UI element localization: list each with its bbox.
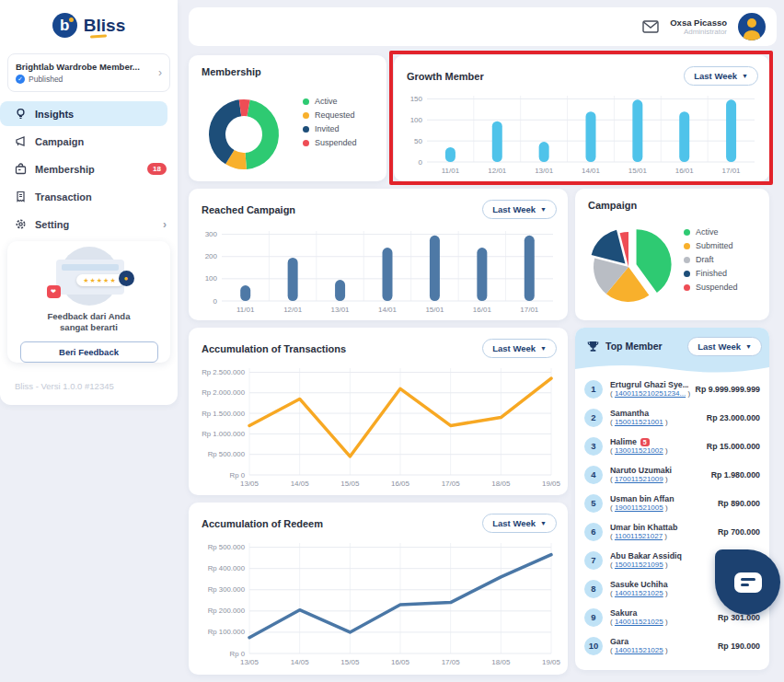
transactions-line-chart: Rp 0Rp 500.000Rp 1.000.000Rp 1.500.000Rp…: [196, 363, 560, 490]
rating-stars-icon: ★★★★★: [76, 274, 124, 286]
legend-dot-icon: [684, 243, 690, 249]
give-feedback-button[interactable]: Beri Feedback: [20, 341, 158, 363]
legend-dot-icon: [303, 98, 309, 105]
svg-text:14/05: 14/05: [291, 480, 310, 488]
svg-text:14/01: 14/01: [378, 306, 398, 314]
member-rank-badge: 9: [584, 608, 603, 627]
sidebar-item-campaign[interactable]: Campaign: [0, 129, 178, 154]
svg-text:13/01: 13/01: [331, 306, 351, 314]
member-amount: Rp 23.000.000: [707, 413, 760, 422]
member-name: Gara: [610, 637, 710, 646]
svg-text:15/01: 15/01: [425, 306, 444, 314]
campaign-card: Campaign ActiveSubmittedDraftFinishedSus…: [575, 189, 769, 320]
membership-title: Membership: [202, 66, 261, 77]
svg-text:18/05: 18/05: [491, 480, 511, 488]
member-id-link[interactable]: 170011521009: [615, 475, 663, 483]
legend-label: Submitted: [696, 241, 733, 250]
caret-down-icon: ▼: [540, 520, 547, 526]
sidebar-item-insights[interactable]: Insights: [0, 101, 167, 126]
reached-campaign-bar-chart: 010020030011/0112/0113/0114/0115/0116/01…: [198, 225, 559, 316]
member-id: 140011521025: [610, 618, 710, 626]
membership-count-badge: 18: [147, 163, 167, 175]
sidebar-nav: Insights Campaign Membership 18 Transact…: [0, 101, 178, 239]
sidebar-item-label: Campaign: [35, 136, 167, 147]
badge-card-icon: [14, 163, 27, 176]
member-id-link[interactable]: 130011521002: [615, 446, 663, 455]
svg-text:200: 200: [205, 252, 218, 260]
member-rank-badge: 5: [584, 494, 603, 513]
transactions-period-dropdown[interactable]: Last Week▼: [482, 339, 557, 358]
member-amount: Rp 15.000.000: [707, 442, 760, 451]
member-id-link[interactable]: 150011521001: [615, 418, 663, 426]
trophy-icon: [586, 340, 600, 353]
member-id-link[interactable]: 140011521025: [615, 618, 663, 626]
campaign-pie-chart: [577, 213, 684, 318]
member-id-link[interactable]: 1400115210251234...: [615, 389, 686, 398]
member-row: 2Samantha150011521001Rp 23.000.000: [584, 403, 760, 432]
brand-name: Bliss: [84, 16, 125, 36]
caret-down-icon: ▼: [540, 345, 547, 352]
user-avatar[interactable]: [738, 13, 766, 40]
member-amount: Rp 700.000: [718, 527, 760, 537]
member-name: Naruto Uzumaki: [610, 466, 704, 475]
workspace-card[interactable]: Brightlab Wardrobe Member... ✓ Published…: [7, 53, 170, 92]
growth-member-bar-chart: 05010015011/0112/0113/0114/0115/0116/011…: [403, 90, 760, 177]
sidebar-item-label: Transaction: [35, 191, 167, 202]
member-name: Usman bin Affan: [610, 494, 710, 503]
svg-text:19/05: 19/05: [542, 658, 560, 666]
svg-text:Rp 500.000: Rp 500.000: [208, 543, 246, 551]
membership-card: Membership ActiveRequestedInvitedSuspend…: [189, 55, 386, 181]
app-version-text: Bliss - Versi 1.0.0 #12345: [15, 381, 114, 391]
top-member-period-dropdown[interactable]: Last Week▼: [687, 337, 762, 356]
top-member-list: 1Ertugrul Ghazi Sye...1400115210251234..…: [575, 375, 769, 660]
member-rank-badge: 3: [584, 437, 603, 456]
sidebar-item-transaction[interactable]: Transaction: [0, 184, 178, 209]
legend-item: Active: [684, 227, 738, 237]
member-id-link[interactable]: 140011521025: [615, 646, 663, 654]
mail-icon[interactable]: [642, 20, 659, 33]
svg-text:100: 100: [205, 274, 218, 283]
member-id: 130011521002: [610, 446, 699, 455]
svg-text:14/05: 14/05: [291, 658, 310, 666]
member-id-link[interactable]: 150011521095: [615, 561, 663, 569]
chevron-right-icon: ›: [158, 67, 162, 78]
svg-text:Rp 1.500.000: Rp 1.500.000: [202, 410, 245, 418]
redeem-period-dropdown[interactable]: Last Week▼: [482, 514, 557, 533]
growth-period-dropdown[interactable]: Last Week▼: [684, 66, 758, 86]
feedback-card: ★★★★★ ❤ Feedback dari Anda sangat berart…: [7, 241, 170, 363]
gear-icon: [14, 218, 27, 231]
member-id-link[interactable]: 190011521005: [615, 503, 663, 512]
legend-label: Suspended: [315, 138, 357, 147]
member-id-link[interactable]: 110011521027: [615, 532, 663, 540]
redeem-card: Accumulation of Redeem Last Week▼ Rp 0Rp…: [189, 503, 568, 675]
member-name: Umar bin Khattab: [610, 523, 710, 532]
svg-text:12/01: 12/01: [283, 306, 303, 314]
reached-period-dropdown[interactable]: Last Week▼: [482, 200, 557, 219]
sidebar-item-setting[interactable]: Setting ›: [0, 212, 178, 237]
member-id-link[interactable]: 140011521025: [615, 589, 663, 597]
chevron-right-icon: ›: [163, 219, 167, 230]
svg-text:16/05: 16/05: [391, 480, 410, 488]
campaign-title: Campaign: [588, 200, 637, 211]
svg-text:16/01: 16/01: [473, 306, 492, 314]
top-member-card: Top Member Last Week▼ 1Ertugrul Ghazi Sy…: [575, 328, 769, 670]
redeem-line-chart: Rp 0Rp 100.000Rp 200.000Rp 300.000Rp 400…: [196, 538, 560, 668]
member-rank-badge: 6: [584, 523, 603, 541]
chat-fab-button[interactable]: [715, 549, 780, 615]
member-name: Halime5: [610, 437, 699, 446]
sidebar-item-membership[interactable]: Membership 18: [0, 156, 178, 181]
svg-text:17/01: 17/01: [520, 306, 539, 314]
member-amount: Rp 9.999.999.999: [696, 385, 760, 394]
mini-avatar-icon: [119, 271, 134, 286]
legend-dot-icon: [303, 140, 309, 146]
member-row: 6Umar bin Khattab110011521027Rp 700.000: [584, 517, 760, 546]
user-name: Oxsa Picasso: [670, 17, 727, 28]
member-id: 110011521027: [610, 532, 710, 540]
svg-text:0: 0: [213, 297, 218, 306]
legend-dot-icon: [684, 229, 690, 236]
member-amount: Rp 190.000: [718, 642, 760, 651]
member-rank-badge: 8: [584, 580, 603, 598]
caret-down-icon: ▼: [540, 206, 547, 213]
legend-label: Finished: [696, 269, 727, 278]
verified-check-icon: ✓: [16, 75, 25, 84]
